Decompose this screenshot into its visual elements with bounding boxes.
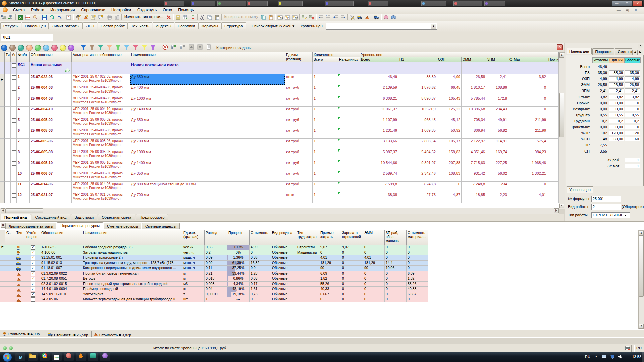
- approve-checkbox[interactable]: [12, 150, 16, 155]
- bricks-button[interactable]: [364, 14, 371, 21]
- minimize-button[interactable]: —: [612, 1, 622, 6]
- menu-6[interactable]: Окно: [160, 7, 175, 13]
- estimate-row[interactable]: 625-06-005-03ФЕР-2001, 25-06-005-03, при…: [0, 128, 559, 139]
- hammer-button[interactable]: [74, 14, 82, 21]
- save-button[interactable]: [41, 14, 48, 21]
- resources-button[interactable]: [82, 14, 89, 21]
- panel-close-icon[interactable]: ✕: [638, 44, 643, 48]
- approve-checkbox[interactable]: [12, 193, 16, 198]
- tray-volume-icon[interactable]: [618, 355, 623, 359]
- undo-button[interactable]: [56, 14, 63, 21]
- calculator-button[interactable]: [174, 14, 182, 21]
- approve-checkbox[interactable]: [12, 140, 16, 144]
- paste-sheet-button[interactable]: [267, 14, 274, 21]
- menu-5[interactable]: Отдохнуть: [134, 7, 160, 13]
- price-base-value[interactable]: 0: [625, 107, 640, 111]
- horizontal-scrollbar[interactable]: ◀ ▶: [0, 208, 559, 214]
- estimate-row[interactable]: 725-06-005-06ФЕР-2001, 25-06-005-06, при…: [0, 139, 559, 149]
- pdf-button[interactable]: PDF: [24, 14, 32, 21]
- resources-tab-1[interactable]: Нормативные ресурсы: [57, 222, 103, 229]
- red-app-icon[interactable]: [64, 353, 74, 361]
- open-windows-dropdown[interactable]: Список открытых окон ▾: [249, 22, 297, 30]
- price-unit-value[interactable]: 3,82: [609, 95, 624, 99]
- scroll-thumb[interactable]: [559, 93, 564, 137]
- show-desktop-button[interactable]: [642, 352, 644, 362]
- funnel-filter-icon-3[interactable]: [107, 45, 112, 50]
- approve-checkbox[interactable]: [12, 161, 16, 166]
- menu-7[interactable]: Помощь: [175, 7, 197, 13]
- counted-checkbox[interactable]: ✓: [31, 292, 35, 297]
- estimate-row[interactable]: 1025-06-006-07ФЕР-2001, 25-06-006-07, пр…: [0, 171, 559, 182]
- scroll-thumb[interactable]: [639, 236, 644, 297]
- color-filter-circle-5[interactable]: [43, 45, 49, 51]
- tray-display-icon[interactable]: [602, 355, 606, 359]
- price-unit-value[interactable]: 26,58: [609, 82, 624, 87]
- work-kind-field[interactable]: 2: [591, 204, 621, 210]
- tab-структура[interactable]: Структура: [221, 22, 246, 29]
- no-edit-button[interactable]: [349, 14, 356, 21]
- book-blue-button[interactable]: [390, 14, 397, 21]
- approve-checkbox[interactable]: [12, 118, 16, 123]
- counted-checkbox[interactable]: ✓: [31, 277, 35, 281]
- price-base-value[interactable]: 3,82: [625, 95, 640, 99]
- price-col-header-0[interactable]: Итоговы: [592, 57, 609, 63]
- resource-row[interactable]: ✓91.15.02-013Тракторы на гусеничном ходу…: [0, 261, 428, 266]
- tray-hidden-icons-arrow[interactable]: ▲: [595, 355, 598, 358]
- resource-row[interactable]: 24.3.05.06Манжета термоусадочная для изо…: [0, 297, 428, 302]
- tab-scroll-left-icon[interactable]: ◀: [632, 50, 638, 55]
- close-button[interactable]: ✕: [633, 1, 643, 6]
- scroll-down-icon[interactable]: ▼: [639, 324, 644, 329]
- chevron-down-icon[interactable]: ▼: [623, 214, 627, 217]
- price-base-value[interactable]: 120: [625, 131, 640, 135]
- tab-панель-цен[interactable]: Панель цен: [22, 22, 49, 29]
- ie-icon[interactable]: e: [15, 353, 25, 361]
- color-filter-circle-3[interactable]: [26, 45, 33, 51]
- estimate-code-input[interactable]: [1, 34, 53, 41]
- comment-button[interactable]: [97, 14, 104, 21]
- counted-checkbox[interactable]: ✓: [31, 261, 35, 265]
- indent-first-button[interactable]: [317, 14, 325, 21]
- delete-button[interactable]: [165, 14, 172, 21]
- price-base-value[interactable]: 4,99: [625, 76, 640, 81]
- plus-minus-button[interactable]: [189, 14, 197, 21]
- view-tab-1[interactable]: Сокращенный вид: [32, 214, 70, 220]
- start-button[interactable]: [3, 353, 12, 362]
- refresh-button[interactable]: [48, 14, 56, 21]
- color-filter-circle-7[interactable]: [60, 45, 66, 51]
- color-filter-circle-6[interactable]: [51, 45, 58, 51]
- price-panel-tab-0[interactable]: Панель цен: [567, 48, 592, 54]
- price-unit-value[interactable]: 4,99: [609, 76, 624, 81]
- formula-number-field[interactable]: 25 001: [591, 196, 621, 202]
- funnel-filter-icon-2[interactable]: [98, 45, 103, 50]
- price-base-value[interactable]: 60: [625, 137, 640, 141]
- price-unit-value[interactable]: 0,00: [609, 125, 624, 129]
- tree-add-button[interactable]: [301, 14, 308, 21]
- view-tab-0[interactable]: Полный вид: [1, 214, 31, 220]
- up-gray-icon[interactable]: [187, 44, 195, 52]
- price-base-value[interactable]: 2,41: [625, 88, 640, 93]
- color-filter-circle-8[interactable]: [68, 45, 74, 51]
- price-unit-value[interactable]: 120,00: [609, 131, 624, 135]
- funnel-filter-icon-7[interactable]: [142, 45, 147, 50]
- counted-checkbox[interactable]: [31, 297, 35, 302]
- vertical-scrollbar[interactable]: ▲ ▼: [559, 52, 565, 209]
- outline-tree-button[interactable]: [0, 14, 7, 21]
- psb-icon[interactable]: PSB: [52, 353, 62, 361]
- counted-checkbox[interactable]: ✓: [31, 272, 35, 276]
- resources-tab-3[interactable]: Сметные индексы: [142, 223, 180, 229]
- resource-row[interactable]: ✓4-100-00Затраты труда машинистовчел.-ч.…: [0, 250, 428, 256]
- scroll-right-icon[interactable]: ▶: [554, 208, 559, 213]
- resource-row[interactable]: ✓01.3.02.09-0022Пропан-бутан, смесь техн…: [0, 271, 428, 277]
- counted-checkbox[interactable]: ✓: [31, 282, 35, 286]
- estimate-row[interactable]: 925-06-005-10ФЕР-2001, 25-06-005-10, при…: [0, 160, 559, 171]
- resource-row[interactable]: ✓91.15.01-001Прицепы тракторные 2 тмаш.-…: [0, 255, 428, 261]
- tab-price-level[interactable]: Уровень цен: [567, 186, 593, 193]
- price-unit-value[interactable]: 2,41: [609, 88, 624, 93]
- child-minimize-icon[interactable]: —: [617, 8, 621, 12]
- paste-button[interactable]: [213, 14, 221, 21]
- price-level-combobox[interactable]: ▼: [326, 23, 437, 30]
- estimate-row[interactable]: 325-06-004-08ФЕР-2001, 25-06-004-08, при…: [0, 96, 559, 107]
- estimate-row[interactable]: 525-06-005-02ФЕР-2001, 25-06-005-02, при…: [0, 117, 559, 128]
- r-button[interactable]: Р: [284, 14, 291, 21]
- tab-эсн[interactable]: ЭСН: [83, 22, 97, 29]
